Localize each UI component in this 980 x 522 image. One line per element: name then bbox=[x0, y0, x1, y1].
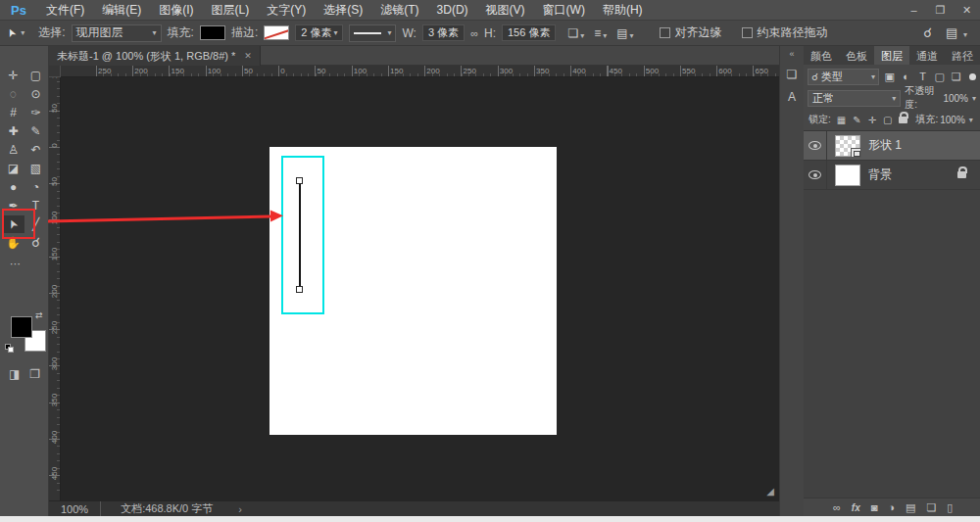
layer-thumbnail[interactable] bbox=[835, 165, 860, 186]
select-mode-dropdown[interactable]: 现用图层 ▾ bbox=[72, 24, 162, 42]
lock-artboard-icon[interactable]: ▢ bbox=[883, 115, 892, 125]
layer-effects-icon[interactable]: fx bbox=[852, 502, 860, 513]
screen-mode-icon[interactable]: ❐ bbox=[29, 367, 40, 381]
filter-type-dropdown[interactable]: ☌ 类型 ▾ bbox=[808, 69, 879, 85]
move-tool[interactable]: ✛ bbox=[3, 67, 24, 84]
menu-item-image[interactable]: 图像(I) bbox=[150, 2, 202, 19]
layer-name[interactable]: 形状 1 bbox=[868, 137, 902, 154]
document-tab[interactable]: 未标题-1 @ 100% (形状 1, RGB/8#) * ✕ bbox=[49, 46, 261, 66]
character-panel-icon[interactable]: A bbox=[788, 90, 796, 104]
swap-colors-icon[interactable]: ⇄ bbox=[35, 310, 43, 320]
dodge-tool[interactable]: ◔ bbox=[25, 178, 47, 196]
path-arrange-button[interactable]: ▤▾ bbox=[616, 26, 633, 40]
menu-item-view[interactable]: 视图(V) bbox=[477, 2, 534, 19]
layer-mask-icon[interactable]: ◙ bbox=[871, 501, 878, 513]
restore-button[interactable]: ❐ bbox=[927, 4, 954, 17]
link-layers-icon[interactable]: ∞ bbox=[833, 501, 841, 513]
fill-control[interactable]: 填充: 100% ▾ bbox=[915, 113, 972, 126]
path-alignment-button[interactable]: ≡▾ bbox=[594, 26, 607, 40]
adjustment-layer-icon[interactable]: ◑ bbox=[888, 501, 895, 513]
visibility-cell[interactable] bbox=[804, 131, 827, 160]
opacity-control[interactable]: 不透明度: 100% ▾ bbox=[905, 84, 976, 112]
close-button[interactable]: ✕ bbox=[954, 4, 980, 17]
panel-tab-paths[interactable]: 路径 bbox=[945, 46, 980, 65]
stroke-color-swatch[interactable] bbox=[264, 25, 289, 40]
menu-item-3d[interactable]: 3D(D) bbox=[428, 3, 477, 17]
lock-position-icon[interactable]: ✛ bbox=[868, 115, 876, 125]
search-icon[interactable]: ☌ bbox=[923, 25, 932, 40]
anchor-point-bottom[interactable] bbox=[296, 286, 303, 293]
filter-shape-layers-icon[interactable]: ▢ bbox=[932, 71, 947, 83]
lasso-tool[interactable]: ◌ bbox=[3, 85, 24, 103]
quick-mask-icon[interactable]: ◨ bbox=[9, 367, 20, 381]
minimize-button[interactable]: – bbox=[901, 4, 927, 17]
menu-item-select[interactable]: 选择(S) bbox=[315, 2, 371, 19]
vertical-ruler[interactable]: 10050050100150200250300350400450 bbox=[49, 77, 61, 500]
close-tab-icon[interactable]: ✕ bbox=[244, 51, 252, 61]
filter-smart-objects-icon[interactable]: ❏ bbox=[949, 71, 963, 83]
history-panel-icon[interactable]: ❏ bbox=[787, 68, 798, 81]
menu-item-window[interactable]: 窗口(W) bbox=[534, 2, 594, 19]
stroke-width-field[interactable]: 2 像素 ▾ bbox=[295, 24, 343, 41]
ruler-corner[interactable] bbox=[49, 66, 61, 77]
menu-item-layer[interactable]: 图层(L) bbox=[203, 2, 259, 19]
delete-layer-icon[interactable]: ▯ bbox=[947, 501, 953, 514]
brush-tool[interactable]: ✎ bbox=[25, 122, 47, 140]
tool-preset-picker[interactable]: ➤ ▾ bbox=[7, 26, 24, 39]
eraser-tool[interactable]: ◪ bbox=[3, 160, 24, 177]
crop-tool[interactable]: # bbox=[3, 104, 24, 121]
align-edges-checkbox[interactable]: 对齐边缘 bbox=[660, 24, 722, 41]
gradient-tool[interactable]: ▧ bbox=[25, 160, 47, 177]
menu-item-edit[interactable]: 编辑(E) bbox=[93, 2, 150, 19]
marquee-tool[interactable]: ▢ bbox=[25, 67, 47, 84]
quick-selection-tool[interactable]: ⊙ bbox=[25, 85, 47, 103]
menu-item-filter[interactable]: 滤镜(T) bbox=[371, 2, 427, 19]
more-tools-icon[interactable]: ⋯ bbox=[10, 258, 48, 270]
anchor-point-top[interactable] bbox=[296, 177, 303, 184]
blend-mode-dropdown[interactable]: 正常 ▾ bbox=[808, 90, 901, 107]
layer-row-shape-1[interactable]: 形状 1 bbox=[804, 131, 980, 161]
menu-item-file[interactable]: 文件(F) bbox=[37, 2, 93, 19]
foreground-color-swatch[interactable] bbox=[11, 316, 32, 338]
panel-tab-swatches[interactable]: 色板 bbox=[839, 46, 874, 65]
link-dimensions-icon[interactable]: ∞ bbox=[470, 27, 478, 39]
panel-tab-layers[interactable]: 图层 bbox=[874, 46, 909, 65]
document-viewport[interactable]: ◢ bbox=[61, 77, 779, 500]
shape-height-field[interactable]: 156 像素 bbox=[502, 24, 556, 41]
lock-all-icon[interactable] bbox=[899, 117, 907, 123]
filter-toggle-icon[interactable] bbox=[969, 73, 976, 80]
eyedropper-tool[interactable]: ✑ bbox=[25, 104, 47, 121]
line-shape[interactable] bbox=[299, 182, 301, 288]
layer-name[interactable]: 背景 bbox=[868, 166, 892, 183]
status-flyout-icon[interactable]: › bbox=[238, 503, 242, 515]
default-colors-icon[interactable] bbox=[5, 344, 15, 354]
shape-width-field[interactable]: 3 像素 bbox=[422, 24, 465, 41]
new-layer-icon[interactable]: ❏ bbox=[926, 501, 936, 514]
layer-group-icon[interactable]: ▤ bbox=[906, 501, 915, 514]
layer-thumbnail[interactable] bbox=[835, 135, 860, 157]
filter-adjustment-layers-icon[interactable]: ◐ bbox=[899, 71, 913, 83]
panel-tab-color[interactable]: 颜色 bbox=[804, 46, 839, 65]
zoom-level-field[interactable]: 100% bbox=[49, 501, 101, 516]
lock-transparent-pixels-icon[interactable]: ▦ bbox=[837, 115, 846, 125]
horizontal-ruler[interactable]: 2502001501005005010015020025030035040045… bbox=[61, 66, 779, 77]
layer-row-background[interactable]: 背景 bbox=[804, 161, 980, 190]
panel-tab-channels[interactable]: 通道 bbox=[909, 46, 945, 65]
workspace-switcher[interactable]: ▤ ▾ bbox=[946, 25, 967, 40]
constrain-path-checkbox[interactable]: 约束路径拖动 bbox=[742, 24, 828, 41]
resize-grip-icon[interactable]: ◢ bbox=[766, 486, 774, 497]
blur-tool[interactable]: ● bbox=[3, 178, 24, 196]
filter-pixel-layers-icon[interactable]: ▣ bbox=[882, 71, 897, 83]
stroke-style-dropdown[interactable]: ▾ bbox=[349, 24, 396, 42]
menu-item-type[interactable]: 文字(Y) bbox=[258, 2, 315, 19]
filter-type-layers-icon[interactable]: T bbox=[915, 71, 930, 83]
fill-color-swatch[interactable] bbox=[200, 25, 225, 40]
canvas[interactable] bbox=[270, 147, 557, 435]
menu-item-help[interactable]: 帮助(H) bbox=[594, 2, 652, 19]
clone-stamp-tool[interactable]: ♙ bbox=[3, 141, 24, 159]
shape-selection-bounds[interactable] bbox=[281, 156, 324, 314]
lock-image-pixels-icon[interactable]: ✎ bbox=[853, 115, 860, 125]
collapse-panels-icon[interactable]: « bbox=[789, 49, 794, 59]
history-brush-tool[interactable]: ↶ bbox=[25, 141, 47, 159]
path-operations-button[interactable]: ❏▾ bbox=[567, 26, 584, 40]
